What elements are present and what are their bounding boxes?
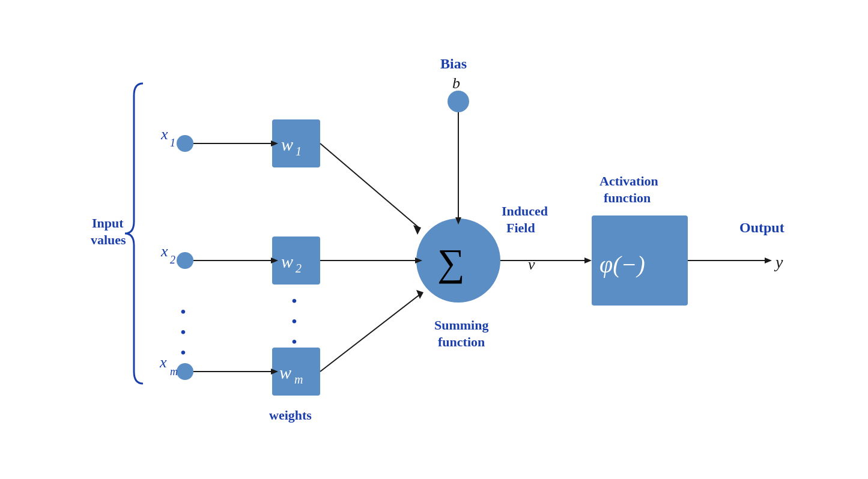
activation-label1: Activation bbox=[599, 173, 658, 188]
w1-box bbox=[272, 119, 320, 167]
bias-var: b bbox=[452, 74, 460, 92]
xm-subscript: m bbox=[170, 366, 178, 378]
dots1: • bbox=[180, 303, 186, 321]
svg-line-3 bbox=[320, 143, 419, 227]
svg-line-5 bbox=[320, 294, 421, 372]
arrow-sum-act bbox=[584, 258, 592, 264]
input-values-label2: values bbox=[91, 232, 126, 247]
neural-diagram: Input values x 1 x 2 x m • • • w 1 w 2 w… bbox=[74, 23, 795, 456]
output-var: y bbox=[774, 253, 783, 271]
input-values-label: Input bbox=[92, 215, 124, 230]
w2-box bbox=[272, 236, 320, 285]
dots3: • bbox=[180, 343, 186, 362]
field-label: Field bbox=[506, 220, 535, 235]
output-label: Output bbox=[739, 220, 785, 235]
arrow-w1-sum bbox=[413, 225, 421, 235]
bias-label: Bias bbox=[440, 56, 467, 71]
w1-label: w bbox=[281, 134, 293, 154]
arrow-wm-sum bbox=[416, 290, 423, 299]
xm-label: x bbox=[159, 354, 167, 371]
activation-label2: function bbox=[604, 190, 651, 205]
bias-node bbox=[448, 91, 469, 112]
x1-node bbox=[177, 135, 193, 152]
x2-node bbox=[177, 252, 193, 269]
x2-label: x bbox=[160, 243, 168, 260]
w2-subscript: 2 bbox=[296, 262, 302, 275]
induced-label: Induced bbox=[502, 203, 548, 218]
arrow-act-out bbox=[765, 258, 772, 264]
wdots3: • bbox=[291, 333, 297, 351]
x2-subscript: 2 bbox=[170, 254, 175, 266]
summing-label1: Summing bbox=[434, 318, 488, 333]
dots2: • bbox=[180, 323, 186, 342]
x1-subscript: 1 bbox=[170, 137, 175, 149]
v-label: v bbox=[528, 256, 535, 273]
summing-label2: function bbox=[438, 334, 485, 349]
w2-label: w bbox=[281, 252, 293, 271]
wm-label: w bbox=[279, 363, 291, 382]
w1-subscript: 1 bbox=[296, 145, 302, 158]
xm-node bbox=[177, 363, 193, 380]
wm-subscript: m bbox=[294, 373, 303, 386]
wdots1: • bbox=[291, 292, 297, 310]
wdots2: • bbox=[291, 312, 297, 331]
x1-label: x bbox=[160, 125, 168, 143]
phi-symbol: φ(−) bbox=[599, 251, 645, 278]
weights-label: weights bbox=[269, 408, 312, 423]
sigma-symbol: ∑ bbox=[437, 241, 465, 284]
